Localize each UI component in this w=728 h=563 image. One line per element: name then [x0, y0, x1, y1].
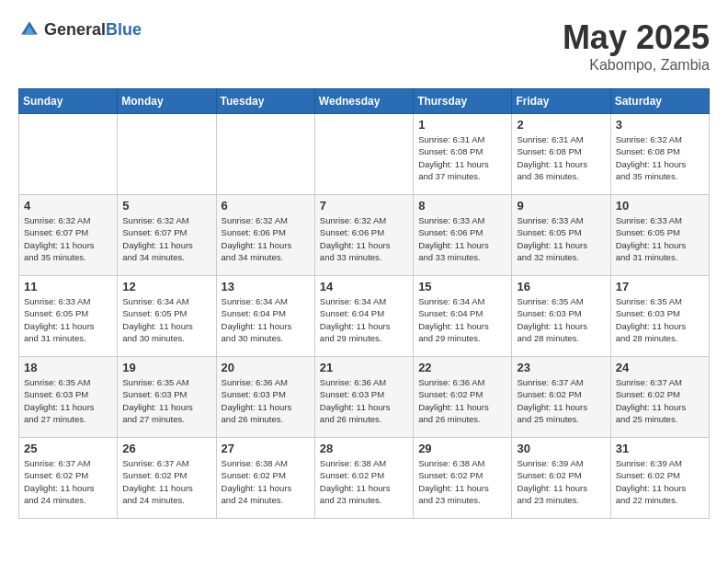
day-number: 6: [222, 199, 310, 213]
calendar-cell: 13Sunrise: 6:34 AM Sunset: 6:04 PM Dayli…: [216, 276, 314, 357]
column-header-saturday: Saturday: [610, 89, 709, 114]
calendar-cell: 18Sunrise: 6:35 AM Sunset: 6:03 PM Dayli…: [19, 357, 118, 438]
day-info: Sunrise: 6:35 AM Sunset: 6:03 PM Dayligh…: [122, 376, 210, 425]
day-number: 14: [320, 280, 408, 293]
page-header: GeneralBlue May 2025 Kabompo, Zambia: [18, 18, 710, 74]
day-info: Sunrise: 6:32 AM Sunset: 6:07 PM Dayligh…: [24, 214, 112, 263]
calendar-cell: 26Sunrise: 6:37 AM Sunset: 6:02 PM Dayli…: [118, 438, 216, 519]
day-info: Sunrise: 6:37 AM Sunset: 6:02 PM Dayligh…: [616, 376, 704, 425]
day-number: 23: [517, 361, 605, 374]
column-header-monday: Monday: [118, 89, 216, 114]
day-number: 19: [122, 361, 210, 374]
calendar-cell: 27Sunrise: 6:38 AM Sunset: 6:02 PM Dayli…: [216, 438, 314, 519]
day-info: Sunrise: 6:32 AM Sunset: 6:06 PM Dayligh…: [320, 214, 408, 263]
day-info: Sunrise: 6:33 AM Sunset: 6:06 PM Dayligh…: [418, 214, 506, 263]
calendar-cell: 30Sunrise: 6:39 AM Sunset: 6:02 PM Dayli…: [512, 438, 610, 519]
month-year-title: May 2025: [563, 18, 710, 57]
day-info: Sunrise: 6:36 AM Sunset: 6:03 PM Dayligh…: [222, 376, 310, 425]
calendar-cell: 24Sunrise: 6:37 AM Sunset: 6:02 PM Dayli…: [610, 357, 709, 438]
calendar-cell: 17Sunrise: 6:35 AM Sunset: 6:03 PM Dayli…: [610, 276, 709, 357]
calendar-cell: 22Sunrise: 6:36 AM Sunset: 6:02 PM Dayli…: [414, 357, 512, 438]
day-info: Sunrise: 6:37 AM Sunset: 6:02 PM Dayligh…: [122, 457, 210, 506]
column-header-sunday: Sunday: [19, 89, 118, 114]
column-header-thursday: Thursday: [414, 89, 512, 114]
day-info: Sunrise: 6:34 AM Sunset: 6:04 PM Dayligh…: [418, 295, 506, 344]
day-number: 21: [320, 361, 408, 374]
day-number: 30: [517, 442, 605, 455]
day-info: Sunrise: 6:35 AM Sunset: 6:03 PM Dayligh…: [616, 295, 704, 344]
calendar-cell: [118, 114, 216, 195]
day-number: 12: [122, 280, 210, 293]
day-number: 9: [517, 199, 605, 213]
calendar-cell: 16Sunrise: 6:35 AM Sunset: 6:03 PM Dayli…: [512, 276, 610, 357]
day-info: Sunrise: 6:38 AM Sunset: 6:02 PM Dayligh…: [222, 457, 310, 506]
column-header-wednesday: Wednesday: [314, 89, 413, 114]
calendar-cell: 25Sunrise: 6:37 AM Sunset: 6:02 PM Dayli…: [19, 438, 118, 519]
calendar-cell: [19, 114, 118, 195]
calendar-cell: 1Sunrise: 6:31 AM Sunset: 6:08 PM Daylig…: [414, 114, 512, 195]
calendar-week-row: 18Sunrise: 6:35 AM Sunset: 6:03 PM Dayli…: [19, 357, 710, 438]
logo-text-general: General: [44, 20, 106, 39]
day-info: Sunrise: 6:34 AM Sunset: 6:04 PM Dayligh…: [222, 295, 310, 344]
calendar-cell: 28Sunrise: 6:38 AM Sunset: 6:02 PM Dayli…: [314, 438, 413, 519]
day-number: 2: [517, 118, 605, 132]
calendar-cell: 31Sunrise: 6:39 AM Sunset: 6:02 PM Dayli…: [610, 438, 709, 519]
calendar-cell: 10Sunrise: 6:33 AM Sunset: 6:05 PM Dayli…: [610, 195, 709, 276]
day-number: 8: [418, 199, 506, 213]
calendar-week-row: 4Sunrise: 6:32 AM Sunset: 6:07 PM Daylig…: [19, 195, 710, 276]
day-number: 22: [418, 361, 506, 374]
calendar-week-row: 1Sunrise: 6:31 AM Sunset: 6:08 PM Daylig…: [19, 114, 710, 195]
calendar-cell: 7Sunrise: 6:32 AM Sunset: 6:06 PM Daylig…: [314, 195, 413, 276]
day-info: Sunrise: 6:34 AM Sunset: 6:05 PM Dayligh…: [122, 295, 210, 344]
calendar-cell: 23Sunrise: 6:37 AM Sunset: 6:02 PM Dayli…: [512, 357, 610, 438]
day-number: 26: [122, 442, 210, 455]
day-number: 16: [517, 280, 605, 293]
day-number: 27: [222, 442, 310, 455]
title-section: May 2025 Kabompo, Zambia: [563, 18, 710, 74]
day-number: 29: [418, 442, 506, 455]
calendar-cell: 12Sunrise: 6:34 AM Sunset: 6:05 PM Dayli…: [118, 276, 216, 357]
day-info: Sunrise: 6:36 AM Sunset: 6:03 PM Dayligh…: [320, 376, 408, 425]
column-header-friday: Friday: [512, 89, 610, 114]
day-info: Sunrise: 6:32 AM Sunset: 6:08 PM Dayligh…: [616, 133, 704, 182]
day-number: 10: [616, 199, 704, 213]
day-number: 28: [320, 442, 408, 455]
day-info: Sunrise: 6:32 AM Sunset: 6:06 PM Dayligh…: [222, 214, 310, 263]
calendar-cell: [314, 114, 413, 195]
day-info: Sunrise: 6:37 AM Sunset: 6:02 PM Dayligh…: [517, 376, 605, 425]
calendar-week-row: 25Sunrise: 6:37 AM Sunset: 6:02 PM Dayli…: [19, 438, 710, 519]
calendar-cell: 21Sunrise: 6:36 AM Sunset: 6:03 PM Dayli…: [314, 357, 413, 438]
day-number: 4: [24, 199, 112, 213]
day-info: Sunrise: 6:31 AM Sunset: 6:08 PM Dayligh…: [418, 133, 506, 182]
day-number: 17: [616, 280, 704, 293]
location-subtitle: Kabompo, Zambia: [563, 57, 710, 74]
calendar-cell: 9Sunrise: 6:33 AM Sunset: 6:05 PM Daylig…: [512, 195, 610, 276]
day-number: 1: [418, 118, 506, 132]
calendar-cell: 19Sunrise: 6:35 AM Sunset: 6:03 PM Dayli…: [118, 357, 216, 438]
day-info: Sunrise: 6:35 AM Sunset: 6:03 PM Dayligh…: [517, 295, 605, 344]
day-info: Sunrise: 6:35 AM Sunset: 6:03 PM Dayligh…: [24, 376, 112, 425]
calendar-cell: 11Sunrise: 6:33 AM Sunset: 6:05 PM Dayli…: [19, 276, 118, 357]
day-info: Sunrise: 6:39 AM Sunset: 6:02 PM Dayligh…: [616, 457, 704, 506]
calendar-week-row: 11Sunrise: 6:33 AM Sunset: 6:05 PM Dayli…: [19, 276, 710, 357]
day-number: 31: [616, 442, 704, 455]
day-info: Sunrise: 6:39 AM Sunset: 6:02 PM Dayligh…: [517, 457, 605, 506]
day-info: Sunrise: 6:33 AM Sunset: 6:05 PM Dayligh…: [517, 214, 605, 263]
day-info: Sunrise: 6:38 AM Sunset: 6:02 PM Dayligh…: [320, 457, 408, 506]
calendar-cell: 20Sunrise: 6:36 AM Sunset: 6:03 PM Dayli…: [216, 357, 314, 438]
day-info: Sunrise: 6:34 AM Sunset: 6:04 PM Dayligh…: [320, 295, 408, 344]
day-info: Sunrise: 6:33 AM Sunset: 6:05 PM Dayligh…: [24, 295, 112, 344]
day-number: 11: [24, 280, 112, 293]
calendar-cell: 14Sunrise: 6:34 AM Sunset: 6:04 PM Dayli…: [314, 276, 413, 357]
day-number: 15: [418, 280, 506, 293]
day-number: 13: [222, 280, 310, 293]
day-number: 24: [616, 361, 704, 374]
calendar-cell: 8Sunrise: 6:33 AM Sunset: 6:06 PM Daylig…: [414, 195, 512, 276]
day-number: 7: [320, 199, 408, 213]
day-number: 25: [24, 442, 112, 455]
logo: GeneralBlue: [18, 18, 142, 40]
day-number: 5: [122, 199, 210, 213]
calendar-cell: 29Sunrise: 6:38 AM Sunset: 6:02 PM Dayli…: [414, 438, 512, 519]
logo-icon: [18, 18, 40, 40]
day-number: 18: [24, 361, 112, 374]
